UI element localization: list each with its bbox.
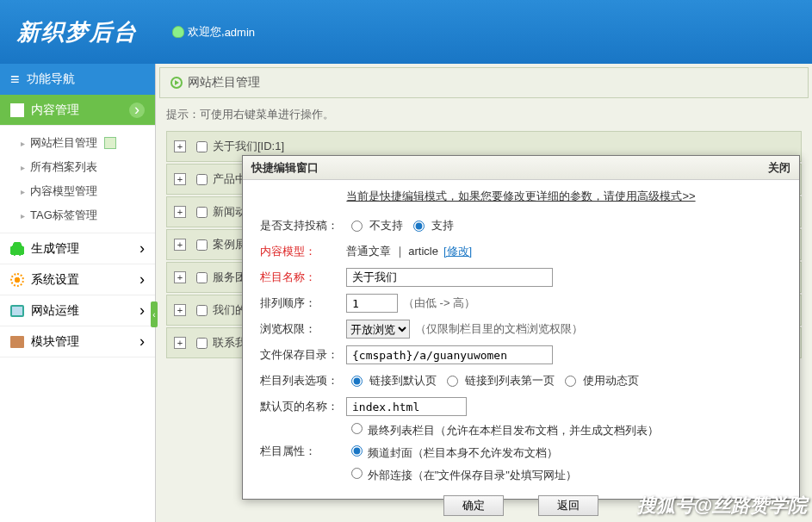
change-model-link[interactable]: [修改]	[443, 244, 472, 259]
welcome-block: 欢迎您,admin	[172, 24, 255, 40]
app-header: 新织梦后台 欢迎您,admin	[0, 0, 812, 64]
radio-attr-channel[interactable]	[351, 445, 363, 457]
watermark: 搜狐号@丝路赞学院	[637, 493, 807, 519]
sidebar-collapse-handle[interactable]: ‹	[151, 301, 158, 327]
row-checkbox[interactable]	[196, 174, 208, 185]
nav-group-system[interactable]: 系统设置	[0, 264, 155, 295]
row-checkbox[interactable]	[196, 305, 208, 316]
sort-input[interactable]	[346, 294, 398, 313]
radio-link-default[interactable]	[351, 376, 363, 387]
brick-icon	[10, 336, 24, 348]
row-checkbox[interactable]	[196, 338, 208, 349]
chevron-right-icon	[139, 270, 145, 289]
label-column-name: 栏目名称：	[257, 270, 346, 285]
nav-group-content[interactable]: 内容管理	[0, 95, 155, 126]
expand-icon[interactable]: +	[174, 304, 186, 316]
chevron-right-icon	[139, 301, 145, 320]
radio-attr-external[interactable]	[351, 468, 363, 479]
nav-header: 功能导航	[0, 64, 155, 95]
hint-text: 提示：可使用右键菜单进行操作。	[156, 98, 812, 131]
sidebar: 功能导航 内容管理 网站栏目管理 所有档案列表 内容模型管理 TAG标签管理 生…	[0, 64, 156, 522]
row-checkbox[interactable]	[196, 239, 208, 251]
monitor-icon	[10, 305, 24, 317]
page-title-bar: 网站栏目管理	[159, 67, 809, 98]
default-page-input[interactable]	[346, 397, 467, 416]
perm-select[interactable]: 开放浏览	[346, 320, 410, 339]
radio-yes-submit[interactable]	[413, 221, 425, 232]
label-perm: 浏览权限：	[257, 321, 346, 337]
label-default-page: 默认页的名称：	[257, 399, 346, 414]
label-submit-support: 是否支持投稿：	[257, 218, 346, 233]
sidebar-item-tags[interactable]: TAG标签管理	[0, 203, 155, 227]
welcome-prefix: 欢迎您,	[188, 24, 225, 40]
row-checkbox[interactable]	[196, 272, 208, 283]
chevron-right-icon	[139, 332, 145, 351]
menu-icon	[10, 71, 20, 89]
chevron-right-icon	[129, 103, 145, 118]
content-model-value: 普通文章 ｜ article	[346, 244, 438, 259]
label-list-opt: 栏目列表选项：	[257, 373, 346, 388]
sidebar-item-archives[interactable]: 所有档案列表	[0, 155, 155, 179]
expand-icon[interactable]: +	[174, 239, 186, 251]
radio-no-submit[interactable]	[351, 221, 363, 232]
expand-icon[interactable]: +	[174, 337, 186, 349]
logo-text: 新织梦后台	[17, 17, 138, 47]
save-path-input[interactable]	[346, 345, 553, 364]
radio-dynamic[interactable]	[565, 376, 576, 387]
column-name-input[interactable]	[346, 268, 553, 287]
label-sort: 排列顺序：	[257, 295, 346, 311]
expand-icon[interactable]: +	[174, 140, 186, 152]
user-icon	[172, 26, 184, 38]
nav-group-generate[interactable]: 生成管理	[0, 233, 155, 264]
label-save-path: 文件保存目录：	[257, 347, 346, 363]
nav-sub-content: 网站栏目管理 所有档案列表 内容模型管理 TAG标签管理	[0, 126, 155, 233]
nav-group-ops[interactable]: 网站运维	[0, 295, 155, 326]
row-checkbox[interactable]	[196, 141, 208, 152]
row-checkbox[interactable]	[196, 207, 208, 218]
gear-icon	[10, 273, 24, 287]
chevron-right-icon	[139, 239, 145, 258]
sidebar-item-columns[interactable]: 网站栏目管理	[0, 131, 155, 155]
radio-link-first[interactable]	[447, 376, 458, 387]
tree-icon	[10, 242, 24, 256]
label-attr: 栏目属性：	[257, 423, 346, 459]
expand-icon[interactable]: +	[174, 173, 186, 185]
radio-attr-list[interactable]	[351, 423, 363, 434]
expand-icon[interactable]: +	[174, 271, 186, 283]
modal-titlebar: 快捷编辑窗口 关闭	[243, 156, 799, 180]
play-icon	[170, 77, 183, 89]
doc-icon	[10, 103, 24, 117]
modal-title-text: 快捷编辑窗口	[251, 160, 319, 176]
quick-edit-form: 是否支持投稿： 不支持 支持 内容模型： 普通文章 ｜ article [修改]…	[243, 213, 799, 485]
close-button[interactable]: 关闭	[768, 160, 790, 176]
expand-icon[interactable]: +	[174, 206, 186, 218]
label-content-model: 内容模型：	[257, 244, 346, 259]
modal-tip[interactable]: 当前是快捷编辑模式，如果您要修改更详细的参数，请使用高级模式>>	[243, 180, 799, 213]
username: admin	[225, 26, 255, 39]
ok-button[interactable]: 确定	[443, 495, 504, 516]
page-title: 网站栏目管理	[188, 75, 260, 90]
quick-edit-modal: 快捷编辑窗口 关闭 当前是快捷编辑模式，如果您要修改更详细的参数，请使用高级模式…	[242, 155, 800, 500]
back-button[interactable]: 返回	[538, 495, 598, 516]
sidebar-item-models[interactable]: 内容模型管理	[0, 179, 155, 203]
nav-group-modules[interactable]: 模块管理	[0, 326, 155, 357]
